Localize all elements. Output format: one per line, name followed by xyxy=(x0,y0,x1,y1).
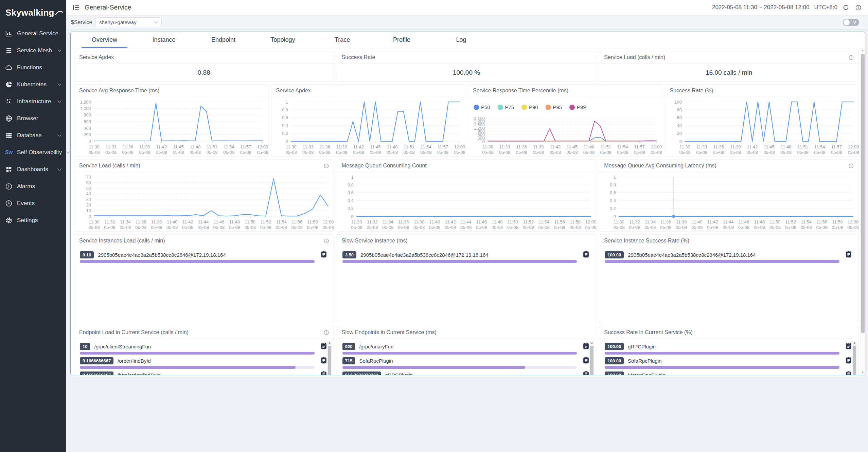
scroll-thumb[interactable] xyxy=(853,346,856,375)
clipboard-icon[interactable] xyxy=(321,357,327,364)
card-title: Service Load (calls / min) xyxy=(604,54,665,60)
card-header: Service Instance Success Rate (%) xyxy=(599,235,858,247)
tab-endpoint[interactable]: Endpoint xyxy=(194,32,253,48)
scroll-thumb[interactable] xyxy=(328,346,331,375)
refresh-icon[interactable] xyxy=(842,4,850,11)
clipboard-icon[interactable] xyxy=(846,357,852,364)
svg-text:05-08: 05-08 xyxy=(848,150,859,155)
list-card: Slow Service Instance (ms)3.502905b05eae… xyxy=(337,234,597,323)
scroll-up-icon[interactable]: ▲ xyxy=(589,341,594,345)
info-icon[interactable] xyxy=(849,163,854,168)
scroll-up-icon[interactable]: ▲ xyxy=(852,341,857,345)
globe-icon xyxy=(5,114,13,123)
svg-text:05-08: 05-08 xyxy=(437,150,448,155)
list-scrollbar[interactable]: ▲ xyxy=(327,341,332,375)
svg-text:05-08: 05-08 xyxy=(322,225,334,230)
card-title: Service Response Time Percentile (ms) xyxy=(473,88,568,94)
chart-row-1: Service Avg Response Time (ms)0200400600… xyxy=(74,84,859,157)
svg-text:05-08: 05-08 xyxy=(566,150,578,155)
tab-log[interactable]: Log xyxy=(431,32,491,48)
info-icon[interactable] xyxy=(324,163,329,168)
clipboard-icon[interactable] xyxy=(583,357,589,364)
line-chart: 00.20.40.60.8111:3005-0811:3205-0811:340… xyxy=(337,172,596,231)
sidebar-item-service-mesh[interactable]: Service Mesh xyxy=(0,42,66,59)
svg-text:05-08: 05-08 xyxy=(754,225,765,230)
app-logo[interactable]: Skywalking xyxy=(0,0,66,25)
sidebar-item-browser[interactable]: Browser xyxy=(0,110,66,127)
sidebar-item-database[interactable]: Database xyxy=(0,127,66,144)
sidebar-item-kubernetes[interactable]: Kubernetes xyxy=(0,76,66,93)
svg-text:0: 0 xyxy=(679,139,681,144)
clipboard-icon[interactable] xyxy=(583,251,589,258)
svg-text:11:54: 11:54 xyxy=(814,144,825,149)
list-item: 9.1666666667/http/order/findById xyxy=(80,371,328,375)
card-title: Success Rate xyxy=(342,54,375,60)
scroll-thumb[interactable] xyxy=(861,54,865,333)
sidebar-item-infrastructure[interactable]: Infrastructure xyxy=(0,93,66,110)
service-variable-label: $Service xyxy=(71,19,92,25)
tab-instance[interactable]: Instance xyxy=(134,32,194,48)
svg-text:11:54: 11:54 xyxy=(421,144,431,149)
svg-text:11:54: 11:54 xyxy=(801,219,812,224)
value-badge: 100.00 xyxy=(605,251,624,258)
item-label: 2905b05eae4e4ae3a2a5b538ce8c2846@172.19.… xyxy=(628,252,756,258)
clipboard-icon[interactable] xyxy=(321,342,327,349)
info-icon[interactable] xyxy=(324,330,329,335)
list-scrollbar[interactable]: ▲ xyxy=(589,341,594,375)
tab-topology[interactable]: Topology xyxy=(253,32,313,48)
service-select[interactable]: shenyu-gateway xyxy=(95,17,162,27)
clipboard-icon[interactable] xyxy=(321,251,327,258)
sidebar-item-self-observability[interactable]: SwSelf Observability xyxy=(0,144,66,161)
sidebar-item-alarms[interactable]: Alarms xyxy=(0,178,66,195)
sidebar-item-general-service[interactable]: General Service xyxy=(0,25,66,42)
chevron-down-icon xyxy=(57,49,61,52)
svg-text:11:50: 11:50 xyxy=(245,219,256,224)
grid-icon xyxy=(5,165,13,174)
list-scrollbar[interactable]: ▲ xyxy=(852,341,857,375)
version-toggle[interactable]: V xyxy=(843,19,859,26)
list-item: 100.00MotanRpcPlugin xyxy=(605,371,853,375)
time-range-picker[interactable]: 2022-05-08 11:30 ~ 2022-05-08 12:00 xyxy=(712,4,810,11)
card-title: Endpoint Load in Current Service (calls … xyxy=(79,329,189,336)
svg-text:11:57: 11:57 xyxy=(241,144,251,149)
info-icon[interactable] xyxy=(324,238,329,243)
scroll-up-icon[interactable]: ▲ xyxy=(327,341,332,345)
card-header: Service Instances Load (calls / min) xyxy=(74,235,334,247)
item-label: /grpc/clientStreamingFun xyxy=(94,344,151,349)
tab-trace[interactable]: Trace xyxy=(313,32,372,48)
collapse-menu-icon[interactable] xyxy=(72,4,80,11)
scroll-up-icon[interactable]: ▲ xyxy=(861,49,865,52)
svg-text:11:40: 11:40 xyxy=(429,219,440,224)
scroll-down-icon[interactable]: ▼ xyxy=(861,371,865,374)
svg-text:0.4: 0.4 xyxy=(610,198,616,203)
svg-text:11:42: 11:42 xyxy=(353,144,364,149)
svg-text:05-08: 05-08 xyxy=(198,225,209,230)
clipboard-icon[interactable] xyxy=(846,342,852,349)
info-icon[interactable] xyxy=(854,4,862,11)
sidebar-item-dashboards[interactable]: Dashboards xyxy=(0,161,66,178)
clipboard-icon[interactable] xyxy=(583,342,589,349)
main-scrollbar[interactable]: ▲ ▼ xyxy=(860,48,865,375)
sidebar-item-events[interactable]: Events xyxy=(0,195,66,212)
info-icon[interactable] xyxy=(849,55,854,60)
svg-text:05-08: 05-08 xyxy=(190,150,201,155)
value-badge: 10 xyxy=(80,343,90,350)
svg-text:11:42: 11:42 xyxy=(747,144,758,149)
tab-profile[interactable]: Profile xyxy=(372,32,431,48)
svg-text:11:39: 11:39 xyxy=(533,144,544,149)
card-title: Service Instances Load (calls / min) xyxy=(79,238,165,244)
tab-overview[interactable]: Overview xyxy=(75,32,134,48)
sidebar-item-functions[interactable]: Functions xyxy=(0,59,66,76)
svg-text:05-08: 05-08 xyxy=(499,150,510,155)
svg-text:05-08: 05-08 xyxy=(816,225,828,230)
list-item: 100.00SofaRpcPlugin xyxy=(605,357,853,369)
clipboard-icon[interactable] xyxy=(583,371,589,375)
sidebar-item-settings[interactable]: Settings xyxy=(0,212,66,229)
scroll-thumb[interactable] xyxy=(590,346,594,375)
progress-bar-fill xyxy=(80,260,315,263)
svg-text:11:30: 11:30 xyxy=(679,144,690,149)
svg-text:11:54: 11:54 xyxy=(538,219,549,224)
clipboard-icon[interactable] xyxy=(321,371,327,375)
clipboard-icon[interactable] xyxy=(846,371,852,375)
clipboard-icon[interactable] xyxy=(846,251,852,258)
